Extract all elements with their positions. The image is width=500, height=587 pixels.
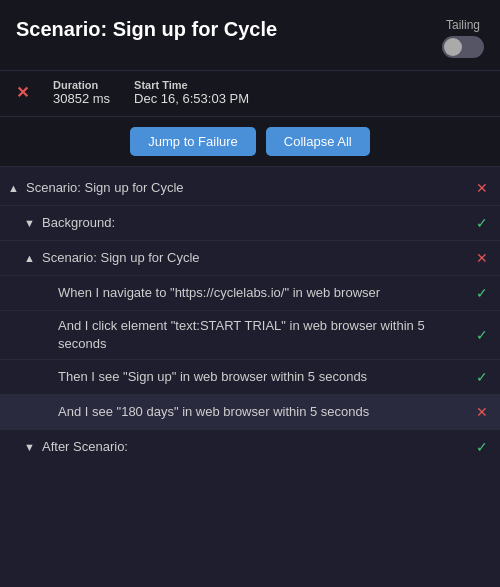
fail-icon: ✕ bbox=[468, 250, 488, 266]
duration-value: 30852 ms bbox=[53, 91, 110, 106]
chevron-icon: ▲ bbox=[8, 182, 22, 194]
toggle-thumb bbox=[444, 38, 462, 56]
tree-row-text: And I click element "text:START TRIAL" i… bbox=[58, 317, 468, 353]
tree-row[interactable]: ▲Scenario: Sign up for Cycle✕ bbox=[0, 171, 500, 205]
tree-row[interactable]: ▼After Scenario:✓ bbox=[0, 430, 500, 464]
action-row: Jump to Failure Collapse All bbox=[0, 117, 500, 167]
tailing-toggle[interactable] bbox=[442, 36, 484, 58]
pass-icon: ✓ bbox=[468, 327, 488, 343]
pass-icon: ✓ bbox=[468, 215, 488, 231]
collapse-all-button[interactable]: Collapse All bbox=[266, 127, 370, 156]
jump-to-failure-button[interactable]: Jump to Failure bbox=[130, 127, 256, 156]
pass-icon: ✓ bbox=[468, 285, 488, 301]
header: Scenario: Sign up for Cycle Tailing bbox=[0, 0, 500, 71]
toggle-track bbox=[442, 36, 484, 58]
start-time-block: Start Time Dec 16, 6:53:03 PM bbox=[134, 79, 249, 106]
start-time-value: Dec 16, 6:53:03 PM bbox=[134, 91, 249, 106]
tree-row-text: And I see "180 days" in web browser with… bbox=[58, 403, 468, 421]
tree-container: ▲Scenario: Sign up for Cycle✕▼Background… bbox=[0, 167, 500, 468]
pass-icon: ✓ bbox=[468, 439, 488, 455]
meta-error-icon: ✕ bbox=[16, 83, 29, 102]
tree-row-text: Background: bbox=[42, 214, 468, 232]
page-title: Scenario: Sign up for Cycle bbox=[16, 18, 277, 41]
fail-icon: ✕ bbox=[468, 180, 488, 196]
duration-label: Duration bbox=[53, 79, 110, 91]
tailing-label: Tailing bbox=[446, 18, 480, 32]
meta-row: ✕ Duration 30852 ms Start Time Dec 16, 6… bbox=[0, 71, 500, 117]
chevron-icon: ▼ bbox=[24, 217, 38, 229]
tailing-section: Tailing bbox=[442, 18, 484, 58]
tree-row[interactable]: ▼Background:✓ bbox=[0, 206, 500, 240]
fail-icon: ✕ bbox=[468, 404, 488, 420]
tree-row-text: When I navigate to "https://cyclelabs.io… bbox=[58, 284, 468, 302]
tree-row-text: Scenario: Sign up for Cycle bbox=[26, 179, 468, 197]
pass-icon: ✓ bbox=[468, 369, 488, 385]
duration-block: Duration 30852 ms bbox=[53, 79, 110, 106]
start-time-label: Start Time bbox=[134, 79, 249, 91]
chevron-icon: ▼ bbox=[24, 441, 38, 453]
tree-row-text: Then I see "Sign up" in web browser with… bbox=[58, 368, 468, 386]
tree-row-text: Scenario: Sign up for Cycle bbox=[42, 249, 468, 267]
tree-row-text: After Scenario: bbox=[42, 438, 468, 456]
tree-row[interactable]: Then I see "Sign up" in web browser with… bbox=[0, 360, 500, 394]
tree-row[interactable]: ▲Scenario: Sign up for Cycle✕ bbox=[0, 241, 500, 275]
tree-row[interactable]: And I see "180 days" in web browser with… bbox=[0, 395, 500, 429]
chevron-icon: ▲ bbox=[24, 252, 38, 264]
tree-row[interactable]: When I navigate to "https://cyclelabs.io… bbox=[0, 276, 500, 310]
tree-row[interactable]: And I click element "text:START TRIAL" i… bbox=[0, 311, 500, 359]
